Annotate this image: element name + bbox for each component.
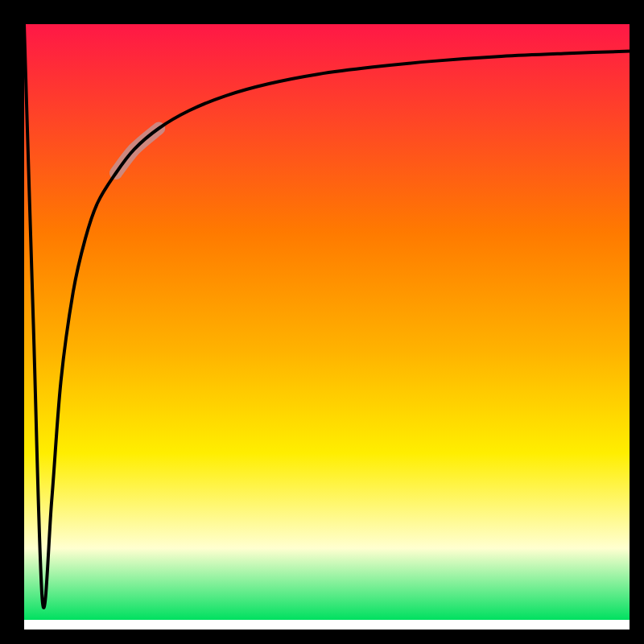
bottleneck-chart — [0, 0, 644, 644]
chart-container: { "attribution": "TheBottleneck.com", "c… — [0, 0, 644, 644]
chart-background-gradient — [24, 24, 636, 620]
